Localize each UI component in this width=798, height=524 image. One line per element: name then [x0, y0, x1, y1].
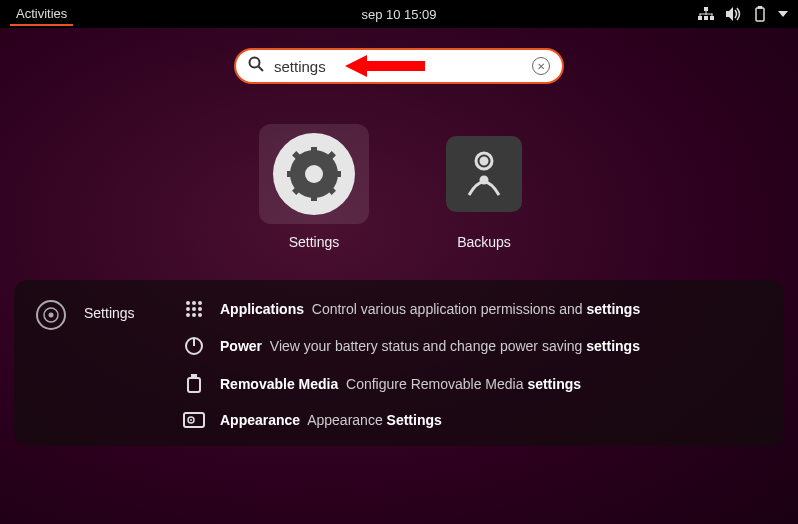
app-label: Settings — [289, 234, 340, 250]
svg-rect-42 — [191, 374, 197, 378]
result-applications[interactable]: Applications Control various application… — [182, 300, 762, 318]
removable-media-icon — [182, 374, 206, 394]
svg-rect-6 — [700, 14, 701, 17]
app-tile-settings[interactable]: Settings — [259, 124, 369, 250]
network-icon[interactable] — [698, 7, 714, 21]
settings-results-panel: Settings Applications Control various ap… — [14, 280, 784, 446]
top-bar: Activities sep 10 15:09 — [0, 0, 798, 28]
svg-point-37 — [192, 313, 196, 317]
result-power[interactable]: Power View your battery status and chang… — [182, 336, 762, 356]
svg-rect-10 — [759, 6, 762, 8]
power-icon — [182, 336, 206, 356]
svg-rect-19 — [287, 171, 297, 177]
chevron-down-icon[interactable] — [778, 10, 788, 18]
svg-rect-17 — [311, 147, 317, 157]
svg-rect-9 — [756, 8, 764, 21]
svg-marker-8 — [726, 7, 733, 21]
result-list: Applications Control various application… — [182, 300, 762, 428]
svg-point-12 — [250, 58, 260, 68]
activities-button[interactable]: Activities — [10, 3, 73, 26]
svg-point-16 — [305, 165, 323, 183]
svg-point-45 — [190, 419, 192, 421]
svg-rect-5 — [700, 14, 713, 15]
svg-rect-1 — [698, 16, 702, 20]
svg-point-38 — [198, 313, 202, 317]
svg-point-33 — [186, 307, 190, 311]
results-source-label: Settings — [84, 300, 164, 321]
svg-point-29 — [49, 313, 54, 318]
gear-icon — [273, 133, 355, 215]
app-results: Settings Backups — [0, 124, 798, 250]
svg-point-27 — [481, 177, 487, 183]
gear-icon — [36, 300, 66, 330]
result-text: Appearance Appearance Settings — [220, 412, 442, 428]
svg-point-36 — [186, 313, 190, 317]
svg-line-13 — [259, 67, 264, 72]
result-text: Applications Control various application… — [220, 301, 640, 317]
svg-marker-11 — [778, 11, 788, 17]
svg-rect-20 — [331, 171, 341, 177]
search-box[interactable]: ✕ — [234, 48, 564, 84]
activities-overview: ✕ Settings Backups — [0, 28, 798, 524]
svg-rect-2 — [704, 16, 708, 20]
result-appearance[interactable]: Appearance Appearance Settings — [182, 412, 762, 428]
svg-point-31 — [192, 301, 196, 305]
app-tile-backups[interactable]: Backups — [429, 124, 539, 250]
result-text: Removable Media Configure Removable Medi… — [220, 376, 581, 392]
svg-point-32 — [198, 301, 202, 305]
search-icon — [248, 56, 264, 76]
app-label: Backups — [457, 234, 511, 250]
result-removable-media[interactable]: Removable Media Configure Removable Medi… — [182, 374, 762, 394]
svg-point-35 — [198, 307, 202, 311]
svg-rect-3 — [710, 16, 714, 20]
clear-search-button[interactable]: ✕ — [532, 57, 550, 75]
clock[interactable]: sep 10 15:09 — [361, 7, 436, 22]
grid-icon — [182, 300, 206, 318]
svg-rect-0 — [704, 7, 708, 11]
svg-rect-41 — [188, 378, 200, 392]
result-text: Power View your battery status and chang… — [220, 338, 640, 354]
svg-point-26 — [481, 158, 487, 164]
svg-rect-18 — [311, 191, 317, 201]
battery-icon[interactable] — [754, 6, 766, 22]
volume-icon[interactable] — [726, 7, 742, 21]
appearance-icon — [182, 412, 206, 428]
svg-point-34 — [192, 307, 196, 311]
backup-icon — [446, 136, 522, 212]
search-input[interactable] — [274, 58, 522, 75]
svg-point-30 — [186, 301, 190, 305]
system-tray[interactable] — [698, 6, 788, 22]
svg-rect-7 — [712, 14, 713, 17]
